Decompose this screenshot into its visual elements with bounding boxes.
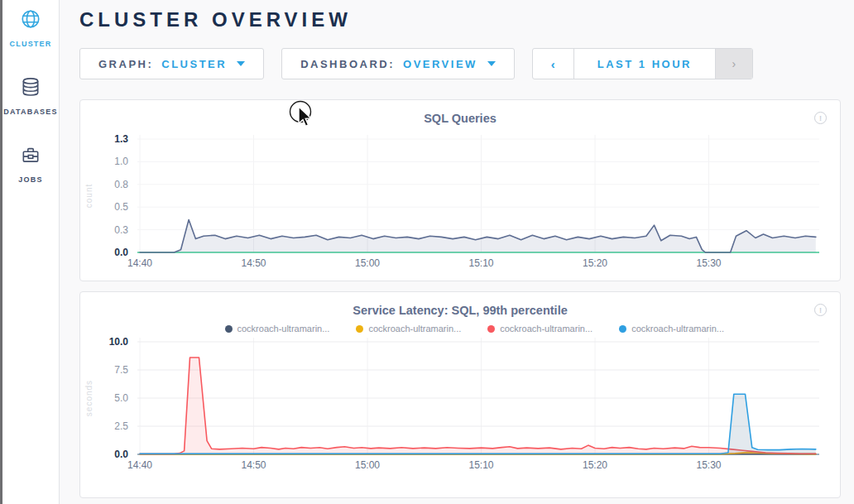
service-latency-chart[interactable]: 0.02.55.07.510.014:4014:5015:0015:1015:2… <box>80 334 840 476</box>
svg-text:7.5: 7.5 <box>114 364 128 376</box>
database-icon <box>20 76 41 101</box>
svg-text:14:50: 14:50 <box>241 257 266 269</box>
svg-text:5.0: 5.0 <box>114 392 128 404</box>
svg-text:15:10: 15:10 <box>468 257 493 269</box>
time-range-selector: ‹ LAST 1 HOUR › <box>532 48 753 79</box>
sidebar: CLUSTER DATABASES <box>2 0 60 504</box>
chart-card-service-latency: Service Latency: SQL, 99th percentile ! … <box>79 291 841 498</box>
svg-text:14:40: 14:40 <box>127 257 152 269</box>
legend-item[interactable]: cockroach-ultramarin... <box>225 324 330 334</box>
sidebar-item-jobs[interactable]: JOBS <box>18 144 42 184</box>
svg-text:2.5: 2.5 <box>114 420 128 432</box>
svg-text:14:40: 14:40 <box>127 459 152 471</box>
sidebar-item-databases[interactable]: DATABASES <box>3 76 57 116</box>
svg-text:count: count <box>84 184 94 208</box>
briefcase-icon <box>20 144 41 169</box>
svg-text:10.0: 10.0 <box>109 336 129 348</box>
app-root: CLUSTER DATABASES <box>0 0 854 504</box>
graph-dropdown[interactable]: GRAPH: CLUSTER <box>79 48 264 79</box>
chevron-down-icon <box>487 61 496 66</box>
svg-text:0.0: 0.0 <box>114 449 128 460</box>
chart-legend: cockroach-ultramarin... cockroach-ultram… <box>225 324 725 334</box>
info-icon[interactable]: ! <box>814 112 827 124</box>
svg-text:15:00: 15:00 <box>355 459 380 471</box>
svg-text:15:20: 15:20 <box>583 459 607 471</box>
chevron-left-icon: ‹ <box>551 57 555 71</box>
info-icon[interactable]: ! <box>814 304 827 316</box>
sidebar-item-label: CLUSTER <box>10 40 52 48</box>
dashboard-dropdown-value: OVERVIEW <box>403 58 477 70</box>
svg-text:0.8: 0.8 <box>114 179 128 190</box>
legend-item[interactable]: cockroach-ultramarin... <box>619 324 724 334</box>
time-range-value[interactable]: LAST 1 HOUR <box>574 49 715 79</box>
time-range-prev-button[interactable]: ‹ <box>533 49 574 79</box>
globe-icon <box>20 8 41 33</box>
svg-text:0.0: 0.0 <box>114 247 128 258</box>
page-title: CLUSTER OVERVIEW <box>79 8 841 31</box>
graph-dropdown-label: GRAPH: <box>98 58 153 70</box>
svg-text:seconds: seconds <box>84 380 94 416</box>
svg-text:0.5: 0.5 <box>114 201 128 213</box>
legend-dot <box>487 325 495 333</box>
svg-text:15:30: 15:30 <box>696 257 721 269</box>
svg-text:15:10: 15:10 <box>468 459 493 471</box>
main-content: CLUSTER OVERVIEW GRAPH: CLUSTER DASHBOAR… <box>60 0 854 504</box>
chevron-right-icon: › <box>732 57 736 70</box>
sidebar-item-label: JOBS <box>18 175 42 184</box>
dashboard-dropdown[interactable]: DASHBOARD: OVERVIEW <box>281 48 515 79</box>
controls-row: GRAPH: CLUSTER DASHBOARD: OVERVIEW ‹ LAS… <box>79 48 841 79</box>
legend-item[interactable]: cockroach-ultramarin... <box>487 324 593 334</box>
legend-item[interactable]: cockroach-ultramarin... <box>356 324 461 334</box>
time-range-next-button-disabled: › <box>715 49 752 79</box>
chart-card-sql-queries: SQL Queries ! 0.00.30.50.81.01.314:4014:… <box>79 99 841 281</box>
chart-title: SQL Queries <box>80 112 840 125</box>
chart-title: Service Latency: SQL, 99th percentile <box>80 304 840 317</box>
svg-text:15:00: 15:00 <box>355 257 380 269</box>
svg-text:1.3: 1.3 <box>114 133 128 145</box>
dashboard-dropdown-label: DASHBOARD: <box>300 58 395 70</box>
graph-dropdown-value: CLUSTER <box>161 58 227 70</box>
sql-queries-chart[interactable]: 0.00.30.50.81.01.314:4014:5015:0015:1015… <box>80 125 840 281</box>
svg-text:15:30: 15:30 <box>696 459 721 471</box>
svg-text:1.0: 1.0 <box>114 156 128 167</box>
svg-text:0.3: 0.3 <box>114 224 128 236</box>
svg-text:14:50: 14:50 <box>241 459 266 471</box>
sidebar-item-cluster[interactable]: CLUSTER <box>10 8 52 48</box>
chevron-down-icon <box>237 61 245 66</box>
legend-dot <box>619 325 626 333</box>
legend-dot <box>356 325 363 333</box>
sidebar-item-label: DATABASES <box>3 108 57 116</box>
svg-text:15:20: 15:20 <box>583 257 607 269</box>
legend-dot <box>225 325 233 333</box>
